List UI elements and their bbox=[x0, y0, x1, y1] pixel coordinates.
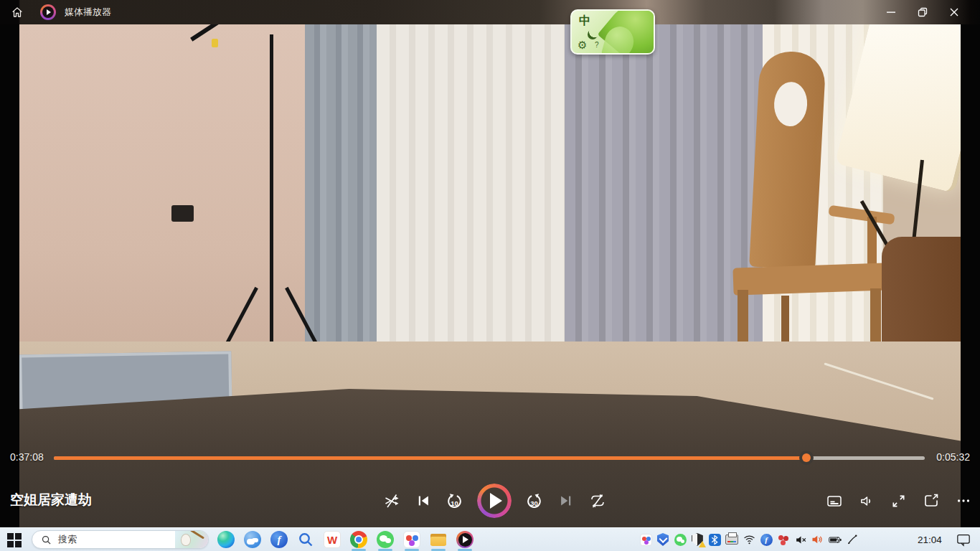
media-player-app-icon bbox=[40, 4, 56, 20]
more-options-button[interactable] bbox=[954, 492, 972, 510]
weather-icon bbox=[244, 531, 261, 548]
start-button[interactable] bbox=[7, 533, 21, 547]
taskbar-app-wechat[interactable] bbox=[377, 531, 394, 548]
battery-charging-icon bbox=[829, 535, 842, 545]
skip-back-label: 10 bbox=[446, 499, 463, 507]
volume-button[interactable] bbox=[857, 492, 875, 510]
taskbar-app-weather[interactable] bbox=[244, 531, 261, 548]
tray-battery[interactable] bbox=[829, 533, 842, 546]
ime-settings-gear-icon[interactable]: ⚙ bbox=[578, 39, 587, 50]
app-circles-icon bbox=[403, 531, 420, 548]
next-track-icon bbox=[558, 493, 574, 509]
scene-chair-seat bbox=[732, 263, 888, 296]
tray-windows-security[interactable] bbox=[691, 533, 704, 546]
taskbar-apps: f W bbox=[217, 531, 483, 548]
ime-help-icon[interactable]: ? bbox=[595, 41, 599, 49]
flash-icon: f bbox=[760, 534, 773, 546]
app-circles-icon bbox=[640, 534, 652, 546]
tray-wechat[interactable] bbox=[674, 533, 687, 546]
pen-icon bbox=[847, 534, 858, 545]
scene-curtain-gray-right bbox=[565, 24, 763, 370]
taskbar-app-q-search[interactable] bbox=[297, 531, 314, 548]
blue-shield-icon bbox=[657, 533, 669, 546]
scene-wall-outlet bbox=[171, 205, 194, 222]
tray-red-cluster[interactable] bbox=[777, 533, 790, 546]
restore-button[interactable] bbox=[907, 0, 938, 24]
notification-bubble-icon bbox=[956, 534, 971, 547]
minimize-button[interactable] bbox=[875, 0, 907, 24]
repeat-off-icon bbox=[589, 492, 606, 509]
red-cluster-icon bbox=[777, 533, 790, 546]
skip-forward-30-button[interactable]: 30 bbox=[525, 492, 543, 510]
next-track-button[interactable] bbox=[557, 492, 575, 510]
mini-player-icon bbox=[923, 492, 940, 509]
scene-boom-clip bbox=[212, 39, 218, 47]
ime-widget[interactable]: 中 ⚙ ? bbox=[570, 9, 655, 55]
taskbar-clock[interactable]: 21:04 bbox=[908, 528, 951, 551]
screen: 媒体播放器 bbox=[0, 0, 980, 551]
subtitles-icon bbox=[826, 492, 843, 509]
transport-controls: 10 30 bbox=[382, 481, 606, 521]
tray-bluetooth[interactable] bbox=[708, 533, 721, 546]
repeat-off-button[interactable] bbox=[588, 492, 606, 510]
scene-chair-back bbox=[749, 50, 826, 270]
bluetooth-icon bbox=[709, 534, 721, 546]
tray-security-manager[interactable] bbox=[656, 533, 669, 546]
titlebar: 媒体播放器 bbox=[0, 0, 980, 24]
seek-thumb[interactable] bbox=[799, 451, 814, 465]
notification-center-button[interactable] bbox=[956, 533, 971, 547]
taskbar-app-edge[interactable] bbox=[217, 531, 235, 548]
tray-app-circles[interactable] bbox=[639, 533, 652, 546]
tray-wifi[interactable] bbox=[743, 533, 755, 546]
search-icon bbox=[41, 534, 52, 545]
scene-wall bbox=[19, 24, 321, 369]
taskbar-app-chrome[interactable] bbox=[350, 531, 367, 548]
taskbar-app-circles[interactable] bbox=[403, 531, 420, 548]
ime-moon-icon[interactable] bbox=[588, 29, 598, 39]
taskbar-app-file-explorer[interactable] bbox=[430, 531, 447, 548]
skip-forward-label: 30 bbox=[525, 499, 543, 507]
taskbar-app-wps[interactable]: W bbox=[324, 531, 341, 548]
home-button[interactable] bbox=[6, 0, 29, 24]
tray-volume-orange[interactable] bbox=[811, 533, 824, 546]
close-icon bbox=[948, 6, 960, 18]
ime-language-toggle[interactable]: 中 bbox=[579, 14, 590, 29]
edge-icon bbox=[217, 531, 235, 548]
shuffle-off-button[interactable] bbox=[382, 492, 400, 510]
speaker-orange-icon bbox=[811, 534, 824, 545]
play-button-ring bbox=[477, 484, 512, 518]
video-title: 空姐居家遭劫 bbox=[10, 491, 92, 509]
fullscreen-button[interactable] bbox=[890, 492, 908, 510]
speaker-muted-icon bbox=[795, 534, 807, 545]
chrome-icon bbox=[350, 531, 367, 548]
subtitles-button[interactable] bbox=[825, 492, 843, 510]
previous-track-icon bbox=[415, 493, 431, 509]
tray-flash[interactable]: f bbox=[760, 533, 773, 546]
scene-tripod bbox=[270, 34, 273, 343]
video-stage: 0:37:08 0:05:32 空姐居家遭劫 10 bbox=[0, 24, 980, 527]
scene-curtain-gray-left bbox=[305, 24, 377, 362]
search-daily-image bbox=[175, 530, 208, 549]
wifi-icon bbox=[743, 534, 755, 545]
media-player-icon bbox=[456, 531, 473, 548]
taskbar-app-media-player[interactable] bbox=[456, 531, 473, 548]
home-icon bbox=[11, 6, 24, 19]
skip-back-10-button[interactable]: 10 bbox=[446, 492, 463, 510]
taskbar-app-flash-center[interactable]: f bbox=[270, 531, 288, 548]
play-button[interactable] bbox=[477, 484, 512, 518]
wechat-icon bbox=[674, 534, 687, 546]
taskbar: 搜索 f W bbox=[0, 527, 980, 551]
seek-fill bbox=[54, 456, 806, 460]
mini-player-button[interactable] bbox=[922, 492, 940, 510]
search-label: 搜索 bbox=[58, 533, 175, 546]
previous-track-button[interactable] bbox=[414, 492, 432, 510]
time-remaining: 0:05:32 bbox=[936, 451, 970, 463]
close-button[interactable] bbox=[938, 0, 970, 24]
tray-printer[interactable] bbox=[725, 533, 738, 546]
q-search-icon bbox=[297, 531, 314, 548]
taskbar-search[interactable]: 搜索 bbox=[32, 530, 209, 549]
fullscreen-icon bbox=[890, 493, 907, 509]
tray-pen[interactable] bbox=[846, 533, 859, 546]
seek-bar[interactable] bbox=[54, 456, 925, 460]
tray-speaker-muted[interactable] bbox=[794, 533, 807, 546]
